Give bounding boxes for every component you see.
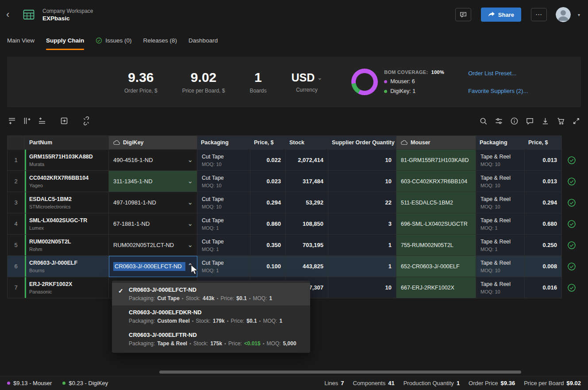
supplier-order-quantity-cell[interactable]: 22 [328, 192, 396, 213]
digikey-part-select[interactable]: 497-10981-1-ND ⌄ [109, 192, 197, 213]
digikey-part-select[interactable]: RUM002N05T2LCT-ND ⌄ [109, 235, 197, 256]
cart-icon[interactable] [556, 116, 565, 126]
packaging-moq: MOQ: 1 [202, 225, 250, 231]
currency-value: USD [291, 71, 315, 84]
mouser-part-number-cell[interactable]: 667-ERJ-2RKF1002X [396, 277, 476, 298]
check-circle-icon [567, 156, 576, 165]
mouser-part-number-cell[interactable]: 603-CC402KRX7R6BB104 [396, 171, 476, 192]
chevron-down-icon[interactable]: ⌄ [187, 199, 193, 205]
chevron-down-icon[interactable]: ⌄ [187, 156, 193, 163]
partnum-cell[interactable]: RUM002N05T2L Rohm [25, 235, 109, 256]
packaging-cell: Cut Tape MOQ: 10 [197, 192, 250, 213]
info-icon[interactable] [509, 116, 519, 126]
dropdown-option-selected[interactable]: ✓ CR0603-J/-000ELFCT-ND Packaging:Cut Ta… [112, 283, 310, 305]
currency-selector[interactable]: USD ⌄ Currency [291, 71, 322, 93]
mouser-part-number-cell[interactable]: 652-CR0603-J/-000ELF [396, 256, 476, 277]
table-row[interactable]: 5 RUM002N05T2L Rohm RUM002N05T2LCT-ND ⌄ … [7, 235, 581, 256]
packaging-cell: Cut Tape MOQ: 10 [197, 171, 250, 192]
comment-icon[interactable] [525, 116, 534, 126]
supplier-order-quantity-cell[interactable]: 10 [328, 277, 396, 298]
col-header-supplier-order-quantity[interactable]: Supplier Order Quantity [328, 135, 396, 150]
col-header-packaging[interactable]: Packaging [197, 135, 250, 150]
tab-releases[interactable]: Releases (8) [143, 29, 177, 51]
favorite-suppliers-link[interactable]: Favorite Suppliers (2)... [468, 88, 528, 94]
row-status-cell [562, 277, 581, 298]
col-header-mouser[interactable]: Mouser [396, 135, 476, 150]
partnum-cell[interactable]: ESDALC5-1BM2 STMicroelectronics [25, 192, 109, 213]
bom-table: PartNum DigiKey Packaging Price, $ Stock… [7, 135, 581, 298]
mouser-part-number-cell[interactable]: 81-GRM155R71H103KA8D [396, 150, 476, 171]
unlink-icon[interactable] [81, 116, 91, 126]
stock-cell: 108,850 [286, 213, 328, 235]
supplier-order-quantity-cell[interactable]: 1 [328, 235, 396, 256]
check-circle-icon [567, 198, 576, 207]
col-header-partnum[interactable]: PartNum [25, 135, 109, 150]
table-row[interactable]: 3 ESDALC5-1BM2 STMicroelectronics 497-10… [7, 192, 581, 213]
supplier-order-quantity-cell[interactable]: 10 [328, 150, 396, 171]
digikey-part-select[interactable]: 67-1881-1-ND ⌄ [109, 213, 197, 235]
option-details: Packaging:Custom Reel • Stock:179k • Pri… [129, 318, 303, 324]
mouser-price-cell: 0.294 [525, 192, 562, 213]
transform-table-icon[interactable] [59, 116, 69, 126]
table-row[interactable]: 4 SML-LX0402SUGC-TR Lumex 67-1881-1-ND ⌄… [7, 213, 581, 235]
share-button[interactable]: Share [481, 8, 521, 22]
avatar-caret-icon[interactable]: ▾ [578, 12, 580, 17]
download-icon[interactable] [540, 116, 550, 126]
filter-sliders-icon[interactable] [494, 116, 503, 126]
partnum-cell[interactable]: CR0603-J/-000ELF Bourns [25, 256, 109, 277]
mouser-part-number-cell[interactable]: 755-RUM002N05T2L [396, 235, 476, 256]
packaging-cell: Cut Tape MOQ: 1 [197, 213, 250, 235]
col-header-mouser-price[interactable]: Price, $ [525, 135, 562, 150]
digikey-part-select[interactable]: 311-1345-1-ND ⌄ [109, 171, 197, 192]
tab-main-view[interactable]: Main View [7, 29, 35, 51]
tab-issues[interactable]: Issues (0) [96, 29, 131, 51]
packaging-type: Cut Tape [202, 154, 250, 160]
packaging-type: Cut Tape [202, 175, 250, 181]
add-column-icon[interactable] [22, 116, 32, 126]
dropdown-option[interactable]: CR0603-J/-000ELFTR-ND Packaging:Tape & R… [112, 328, 310, 351]
mouser-packaging-cell: Tape & Reel MOQ: 10 [476, 192, 525, 213]
supplier-order-quantity-cell[interactable]: 10 [328, 171, 396, 192]
table-row[interactable]: 1 GRM155R71H103KA88D Murata 490-4516-1-N… [7, 150, 581, 171]
manufacturer-label: Panasonic [29, 289, 108, 294]
supplier-order-quantity-cell[interactable]: 3 [328, 213, 396, 235]
expand-icon[interactable] [571, 116, 581, 126]
tab-dashboard[interactable]: Dashboard [188, 29, 218, 51]
packaging-moq: MOQ: 10 [480, 204, 524, 209]
mouser-price-cell: 0.008 [525, 256, 562, 277]
col-header-stock[interactable]: Stock [286, 135, 328, 150]
option-details: Packaging:Cut Tape • Stock:443k • Price:… [129, 295, 303, 301]
packaging-type: Cut Tape [202, 217, 250, 224]
partnum-cell[interactable]: CC0402KRX7R6BB104 Yageo [25, 171, 109, 192]
back-button[interactable]: ‹ [6, 10, 16, 19]
packaging-type: Tape & Reel [480, 175, 524, 181]
chevron-down-icon[interactable]: ⌄ [187, 241, 193, 248]
add-row-below-icon[interactable] [37, 116, 47, 126]
search-icon[interactable] [478, 116, 488, 126]
tab-supply-chain[interactable]: Supply Chain [46, 29, 84, 51]
table-row-selected[interactable]: 6 CR0603-J/-000ELF Bourns CR0603-J/-000E… [7, 256, 581, 277]
digikey-part-select[interactable]: 490-4516-1-ND ⌄ [109, 150, 197, 171]
add-row-icon[interactable] [7, 116, 17, 126]
chevron-down-icon[interactable]: ⌄ [187, 178, 193, 184]
order-list-preset-link[interactable]: Order List Preset... [468, 70, 528, 77]
col-header-mouser-packaging[interactable]: Packaging [476, 135, 525, 150]
col-header-price[interactable]: Price, $ [250, 135, 286, 150]
table-row[interactable]: 2 CC0402KRX7R6BB104 Yageo 311-1345-1-ND … [7, 171, 581, 192]
digikey-part-select-open[interactable]: CR0603-J/-000ELFCT-ND ⌃ [109, 256, 197, 277]
horizontal-scrollbar[interactable] [159, 371, 521, 374]
partnum-cell[interactable]: SML-LX0402SUGC-TR Lumex [25, 213, 109, 235]
feedback-button[interactable] [455, 8, 471, 21]
partnum-cell[interactable]: ERJ-2RKF1002X Panasonic [25, 277, 109, 298]
order-price-metric: 9.36 Order Price, $ [124, 70, 158, 94]
chevron-down-icon[interactable]: ⌄ [187, 220, 193, 227]
more-options-button[interactable]: ⋯ [531, 8, 547, 21]
partnum-cell[interactable]: GRM155R71H103KA88D Murata [25, 150, 109, 171]
mouser-part-number-cell[interactable]: 696-SML-LX0402SUGCTR [396, 213, 476, 235]
mouser-part-number-cell[interactable]: 511-ESDALC5-1BM2 [396, 192, 476, 213]
tab-issues-label: Issues (0) [105, 37, 131, 44]
col-header-digikey[interactable]: DigiKey [109, 135, 197, 150]
supplier-order-quantity-cell[interactable]: 1 [328, 256, 396, 277]
dropdown-option[interactable]: CR0603-J/-000ELFDKR-ND Packaging:Custom … [112, 305, 310, 328]
avatar[interactable] [556, 7, 571, 22]
